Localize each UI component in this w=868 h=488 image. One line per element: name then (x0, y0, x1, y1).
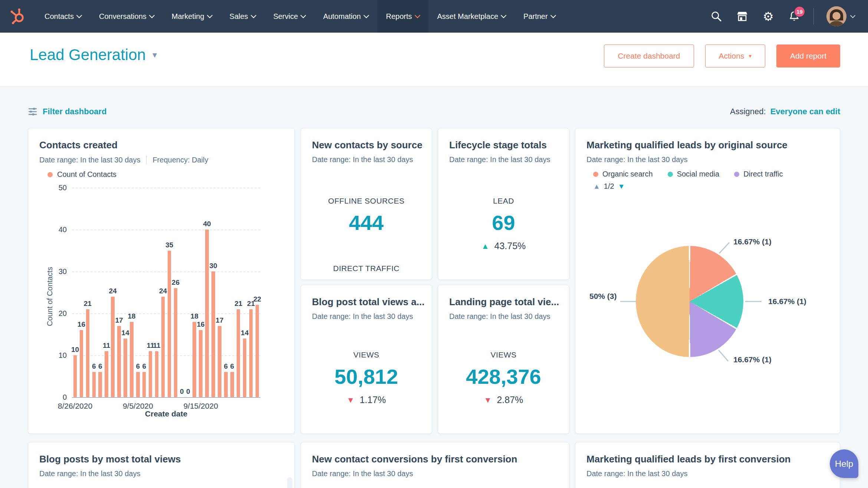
card-title: Contacts created (28, 128, 295, 151)
legend-page-up-icon[interactable]: ▲ (593, 182, 600, 191)
hubspot-logo[interactable] (0, 8, 36, 25)
card-mql-by-original-source: Marketing qualified leads by original so… (575, 128, 840, 434)
nav-item-marketing[interactable]: Marketing (163, 0, 221, 33)
search-icon[interactable] (710, 10, 723, 23)
bar (168, 251, 171, 398)
card-subtitle: Date range: In the last 30 days (301, 151, 432, 164)
metric-value: 50,812 (335, 365, 398, 389)
bar (155, 351, 159, 397)
chevron-down-icon (363, 13, 369, 19)
bar (73, 355, 77, 397)
nav-menu: ContactsConversationsMarketingSalesServi… (36, 0, 564, 33)
bar-value-label: 6 (230, 362, 234, 370)
gridline (72, 188, 260, 188)
card-subtitle: Date range: In the last 30 days (438, 308, 569, 321)
nav-item-reports[interactable]: Reports (377, 0, 428, 33)
marketplace-icon[interactable] (736, 10, 749, 23)
add-report-button[interactable]: Add report (776, 44, 840, 67)
sliders-icon (28, 107, 37, 116)
nav-item-asset-marketplace[interactable]: Asset Marketplace (428, 0, 515, 33)
card-subtitle: Date range: In the last 30 days (575, 151, 840, 164)
delta-down-icon: ▼ (347, 396, 355, 404)
legend-label: Direct traffic (743, 170, 783, 178)
avatar-photo (826, 6, 846, 26)
search-glyph (710, 10, 722, 22)
nav-utilities: ⚙ 19 (710, 6, 868, 26)
bar (86, 309, 90, 397)
x-axis-title: Create date (72, 409, 260, 418)
delta-value: 2.87% (497, 395, 523, 405)
bar (105, 351, 108, 397)
dashboard-title-dropdown[interactable]: Lead Generation ▾ (30, 46, 157, 64)
settings-gear-icon[interactable]: ⚙ (762, 10, 775, 23)
date-range: Date range: In the last 30 days (449, 312, 550, 321)
date-range: Date range: In the last 30 days (449, 155, 550, 164)
user-avatar (826, 6, 846, 26)
nav-item-label: Sales (230, 12, 248, 21)
card-subtitle: Date range: In the last 30 days (301, 308, 432, 321)
notifications-bell-icon[interactable]: 19 (788, 10, 801, 23)
delta-row: ▼ 1.17% (347, 395, 386, 405)
bar-value-label: 6 (92, 362, 96, 370)
bar (130, 322, 134, 397)
pie-slice-label-organic-search: 16.67% (1) (733, 237, 772, 246)
bar (199, 330, 203, 397)
bar (117, 326, 121, 397)
bar-value-label: 14 (241, 329, 249, 337)
bar (111, 297, 115, 397)
bar-value-label: 11 (103, 342, 110, 350)
card-scrollbar[interactable] (287, 477, 292, 488)
bar-value-label: 11 (153, 342, 161, 350)
nav-item-contacts[interactable]: Contacts (36, 0, 90, 33)
card-title: Blog post total views a... (301, 285, 432, 308)
card-subtitle: Date range: In the last 30 days Frequenc… (28, 151, 295, 164)
card-title: Marketing qualified leads by original so… (575, 128, 840, 151)
legend-page-down-icon[interactable]: ▼ (618, 182, 625, 191)
y-axis-tick: 40 (59, 225, 67, 234)
bar (136, 372, 140, 397)
nav-item-automation[interactable]: Automation (314, 0, 377, 33)
actions-button[interactable]: Actions ▾ (705, 44, 765, 67)
create-dashboard-button[interactable]: Create dashboard (604, 44, 694, 67)
assigned-value-link[interactable]: Everyone can edit (770, 107, 840, 116)
bar-value-label: 14 (121, 329, 129, 337)
gridline (72, 355, 260, 356)
chevron-down-icon (207, 13, 213, 19)
nav-item-service[interactable]: Service (264, 0, 315, 33)
legend-label: Social media (677, 170, 720, 178)
assigned-label: Assigned: (730, 107, 766, 116)
legend-entry-social-media[interactable]: Social media (668, 170, 720, 178)
card-title: Blog posts by most total views (28, 442, 295, 465)
delta-value: 1.17% (359, 395, 386, 405)
bar (224, 372, 228, 397)
card-title: Marketing qualified leads by first conve… (575, 442, 840, 465)
bar-value-label: 0 (186, 388, 190, 396)
legend-entry-direct-traffic[interactable]: Direct traffic (734, 170, 783, 178)
account-menu[interactable] (826, 6, 855, 26)
nav-item-label: Conversations (99, 12, 147, 21)
chevron-down-icon (501, 13, 507, 19)
legend-label: Organic search (602, 170, 653, 178)
metric-label: OFFLINE SOURCES (328, 197, 405, 205)
y-axis-tick: 30 (59, 267, 67, 276)
hubspot-dashboard-page: ContactsConversationsMarketingSalesServi… (0, 0, 868, 488)
pie-slice-label-largest: 50% (3) (589, 292, 617, 301)
delta-row: ▲ 43.75% (481, 241, 526, 251)
nav-item-sales[interactable]: Sales (221, 0, 264, 33)
legend-entry-organic-search[interactable]: Organic search (593, 170, 653, 178)
filter-dashboard-link[interactable]: Filter dashboard (28, 107, 106, 116)
x-axis-baseline (72, 397, 260, 398)
nav-item-label: Asset Marketplace (437, 12, 499, 21)
bar (149, 351, 152, 397)
next-metric-label: DIRECT TRAFFIC (301, 264, 432, 273)
filter-row: Filter dashboard Assigned: Everyone can … (28, 107, 840, 116)
card-subtitle: Date range: In the last 30 days (28, 465, 295, 478)
dashboard-header: Lead Generation ▾ Create dashboard Actio… (0, 33, 868, 86)
delta-row: ▼ 2.87% (484, 395, 523, 405)
help-button[interactable]: Help (830, 449, 858, 478)
bar-value-label: 18 (191, 312, 198, 320)
nav-item-partner[interactable]: Partner (514, 0, 564, 33)
bar-value-label: 30 (209, 262, 217, 270)
pie-legend: Organic searchSocial mediaDirect traffic (575, 164, 840, 178)
nav-item-conversations[interactable]: Conversations (90, 0, 163, 33)
